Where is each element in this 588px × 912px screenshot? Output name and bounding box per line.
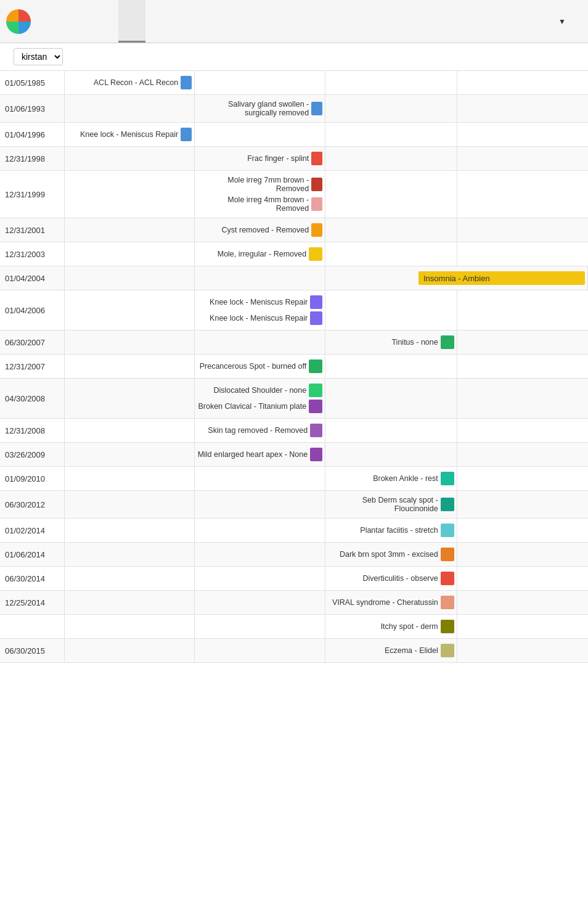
event-col-1 xyxy=(64,591,194,615)
event-col-4 xyxy=(457,419,587,443)
event-col-3: VIRAL syndrome - Cheratussin xyxy=(325,591,457,615)
event-col-4 xyxy=(457,355,587,379)
event-col-2 xyxy=(195,123,325,147)
nav-summary[interactable] xyxy=(37,0,64,43)
event-col-2 xyxy=(195,639,325,663)
nav-timeline[interactable] xyxy=(118,0,145,43)
event-row: ACL Recon - ACL Recon xyxy=(67,75,192,91)
event-col-2: Cyst removed - Removed xyxy=(195,218,325,242)
date-cell: 01/06/2014 xyxy=(0,543,64,567)
date-cell: 01/06/1993 xyxy=(0,95,64,123)
event-bar-wide: Insomnia - Ambien xyxy=(419,271,585,285)
event-col-4 xyxy=(457,491,587,519)
event-bar xyxy=(441,548,454,561)
event-col-2 xyxy=(195,71,325,95)
profile-dropdown-icon: ▼ xyxy=(558,17,566,26)
date-cell: 01/04/1996 xyxy=(0,123,64,147)
event-col-3: Broken Ankle - rest xyxy=(325,467,457,491)
event-col-3 xyxy=(325,71,457,95)
date-cell: 03/26/2009 xyxy=(0,443,64,467)
event-row: Frac finger - splint xyxy=(197,150,322,166)
event-col-3: Diverticulitis - observe xyxy=(325,567,457,591)
nav-feed[interactable] xyxy=(91,0,118,43)
table-row: 01/06/1993Salivary gland swollen - surgi… xyxy=(0,95,588,123)
event-row: Knee lock - Meniscus Repair xyxy=(67,126,192,142)
event-col-3 xyxy=(325,242,457,266)
event-col-1 xyxy=(64,95,194,123)
nav-about[interactable] xyxy=(145,0,173,43)
event-bar xyxy=(310,311,322,325)
event-row: Broken Clavical - Titanium plate xyxy=(197,398,322,414)
event-bar xyxy=(309,247,322,261)
event-col-1 xyxy=(64,519,194,543)
event-col-3 xyxy=(325,147,457,171)
event-col-4 xyxy=(457,615,587,639)
table-row: 01/06/2014Dark brn spot 3mm - excised xyxy=(0,543,588,567)
event-col-3: Dark brn spot 3mm - excised xyxy=(325,543,457,567)
event-bar xyxy=(441,472,454,485)
event-col-4 xyxy=(457,467,587,491)
date-cell: 12/31/1999 xyxy=(0,171,64,218)
event-col-1 xyxy=(64,218,194,242)
event-col-4 xyxy=(457,290,587,331)
event-bar xyxy=(441,524,454,537)
event-bar xyxy=(311,197,322,211)
event-col-2 xyxy=(195,467,325,491)
event-col-2: Precancerous Spot - burned off xyxy=(195,355,325,379)
date-cell: 12/25/2014 xyxy=(0,591,64,615)
event-col-3 xyxy=(325,123,457,147)
event-row: Broken Ankle - rest xyxy=(328,470,454,487)
event-col-4 xyxy=(457,379,587,419)
date-cell: 04/30/2008 xyxy=(0,379,64,419)
date-cell: 01/05/1985 xyxy=(0,71,64,95)
event-col-4 xyxy=(457,242,587,266)
event-label: Eczema - Elidel xyxy=(385,646,438,655)
event-label: Dislocated Shoulder - none xyxy=(213,386,306,395)
event-bar xyxy=(441,335,454,349)
date-cell xyxy=(0,615,64,639)
event-row: Diverticulitis - observe xyxy=(328,570,454,586)
date-cell: 01/02/2014 xyxy=(0,519,64,543)
table-row: 01/04/1996Knee lock - Meniscus Repair xyxy=(0,123,588,147)
event-col-4 xyxy=(457,567,587,591)
table-row: 12/31/2008Skin tag removed - Removed xyxy=(0,419,588,443)
event-row: Knee lock - Meniscus Repair xyxy=(197,310,322,326)
event-col-2: Salivary gland swollen - surgically remo… xyxy=(195,95,325,123)
event-bar xyxy=(310,295,322,309)
table-row: 01/04/2006Knee lock - Meniscus RepairKne… xyxy=(0,290,588,331)
nav-profile[interactable]: ▼ xyxy=(542,0,579,43)
event-col-2 xyxy=(195,615,325,639)
event-row: Skin tag removed - Removed xyxy=(197,422,322,438)
event-bar xyxy=(309,384,322,397)
event-col-3 xyxy=(325,443,457,467)
event-label: Broken Ankle - rest xyxy=(373,474,438,483)
event-col-2 xyxy=(195,543,325,567)
event-col-4 xyxy=(457,171,587,218)
event-label: Dark brn spot 3mm - excised xyxy=(340,550,438,559)
event-col-1 xyxy=(64,242,194,266)
event-col-2: Mild enlarged heart apex - None xyxy=(195,443,325,467)
table-row: 01/02/2014Plantar faciitis - stretch xyxy=(0,519,588,543)
event-label: Mole irreg 4mm brown - Removed xyxy=(197,195,309,213)
event-col-3: Insomnia - Ambien xyxy=(325,266,588,290)
date-cell: 06/30/2007 xyxy=(0,331,64,355)
date-cell: 12/31/2008 xyxy=(0,419,64,443)
event-bar xyxy=(441,596,454,609)
account-select[interactable]: kirstan xyxy=(14,48,63,65)
event-col-1 xyxy=(64,543,194,567)
event-label: ACL Recon - ACL Recon xyxy=(94,78,178,87)
event-col-1 xyxy=(64,147,194,171)
event-col-1 xyxy=(64,419,194,443)
event-col-2 xyxy=(195,591,325,615)
event-col-3 xyxy=(325,355,457,379)
event-col-2: Mole, irregular - Removed xyxy=(195,242,325,266)
date-cell: 12/31/2003 xyxy=(0,242,64,266)
event-col-1 xyxy=(64,467,194,491)
event-col-1 xyxy=(64,567,194,591)
event-row: Itchy spot - derm xyxy=(328,618,454,635)
event-col-1 xyxy=(64,443,194,467)
nav-map[interactable] xyxy=(64,0,91,43)
event-label: Broken Clavical - Titanium plate xyxy=(198,402,306,411)
event-label: Diverticulitis - observe xyxy=(362,574,438,583)
table-row: 04/30/2008Dislocated Shoulder - noneBrok… xyxy=(0,379,588,419)
